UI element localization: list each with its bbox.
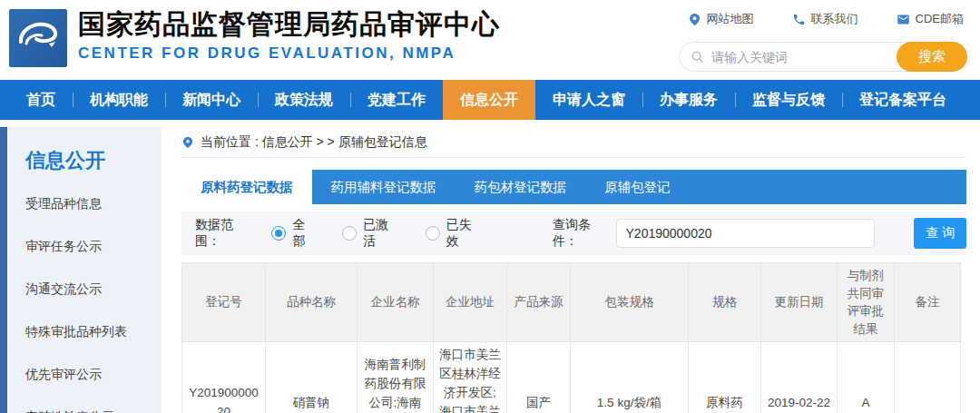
nav-item-applicant-window[interactable]: 申请人之窗 — [535, 80, 642, 120]
breadcrumb-text: 当前位置 : 信息公开 > > 原辅包登记信息 — [201, 134, 427, 151]
nav-item-party-building[interactable]: 党建工作 — [350, 80, 443, 120]
sidebar-item-special-approval-list[interactable]: 特殊审批品种列表 — [25, 324, 162, 340]
tab-packaging-material-data[interactable]: 药包材登记数据 — [456, 170, 586, 204]
cell-packaging-spec: 1.5 kg/袋/箱 — [571, 342, 689, 413]
site-subtitle: CENTER FOR DRUG EVALUATION, NMPA — [78, 44, 500, 63]
sidebar-item-breakthrough-therapy[interactable]: 突破性治疗公示 — [25, 409, 162, 413]
sidebar-item-review-tasks[interactable]: 审评任务公示 — [25, 239, 162, 255]
cell-registration-no: Y20190000020 — [182, 342, 266, 413]
results-table: 登记号 品种名称 企业名称 企业地址 产品来源 包装规格 规格 更新日期 与制剂… — [181, 262, 961, 413]
scope-label: 数据范围： — [195, 217, 258, 250]
col-product-source: 产品来源 — [507, 263, 571, 342]
search-icon — [691, 50, 704, 64]
tab-raw-aux-pack-registration[interactable]: 原辅包登记 — [585, 170, 690, 204]
cde-logo-swirl-icon — [9, 9, 67, 67]
col-joint-review-result: 与制剂共同审评审批结果 — [838, 263, 895, 342]
cell-product-source: 国产 — [507, 342, 571, 413]
nav-item-policies-regulations[interactable]: 政策法规 — [258, 80, 350, 120]
table-header-row: 登记号 品种名称 企业名称 企业地址 产品来源 包装规格 规格 更新日期 与制剂… — [182, 263, 961, 342]
nav-item-news-center[interactable]: 新闻中心 — [165, 80, 258, 120]
radio-expired-label: 已失效 — [446, 217, 485, 250]
phone-icon — [792, 13, 806, 26]
nav-item-supervision-feedback[interactable]: 监督与反馈 — [735, 80, 842, 120]
radio-dot — [342, 226, 357, 241]
col-registration-no: 登记号 — [182, 263, 266, 342]
col-update-date: 更新日期 — [761, 263, 838, 342]
location-pin-icon — [688, 13, 701, 26]
tab-bar: 原料药登记数据 药用辅料登记数据 药包材登记数据 原辅包登记 — [181, 170, 966, 204]
nav-item-home[interactable]: 首页 — [9, 80, 73, 120]
sitemap-link[interactable]: 网站地图 — [688, 11, 754, 27]
tab-excipient-registration-data[interactable]: 药用辅料登记数据 — [312, 170, 456, 204]
sidebar-title: 信息公开 — [25, 147, 162, 174]
page: 国家药品监督管理局药品审评中心 CENTER FOR DRUG EVALUATI… — [0, 0, 980, 413]
radio-activated-label: 已激活 — [363, 217, 401, 250]
left-accent-strip — [0, 127, 7, 413]
mail-icon — [897, 13, 910, 26]
query-label: 查询条件： — [553, 217, 615, 250]
mailbox-link[interactable]: CDE邮箱 — [897, 11, 964, 27]
sidebar-item-priority-review[interactable]: 优先审评公示 — [25, 367, 162, 383]
contact-link[interactable]: 联系我们 — [792, 11, 858, 27]
site-title: 国家药品监督管理局药品审评中心 — [78, 8, 500, 41]
main-nav: 首页 机构职能 新闻中心 政策法规 党建工作 信息公开 申请人之窗 办事服务 监… — [0, 80, 980, 120]
main-area: 信息公开 受理品种信息 审评任务公示 沟通交流公示 特殊审批品种列表 优先审评公… — [0, 127, 980, 413]
col-variety-name: 品种名称 — [266, 263, 358, 342]
cell-remarks — [895, 342, 961, 413]
cell-spec: 原料药 — [689, 342, 761, 413]
radio-activated[interactable]: 已激活 — [342, 217, 401, 250]
query-input[interactable] — [616, 219, 876, 248]
contact-label: 联系我们 — [811, 11, 858, 27]
cell-variety-name: 硝普钠 — [266, 342, 358, 413]
tab-api-registration-data[interactable]: 原料药登记数据 — [181, 170, 312, 204]
nav-item-info-disclosure[interactable]: 信息公开 — [443, 80, 535, 120]
content-area: 当前位置 : 信息公开 > > 原辅包登记信息 原料药登记数据 药用辅料登记数据… — [181, 127, 966, 413]
col-spec: 规格 — [689, 263, 761, 342]
quick-links: 网站地图 联系我们 CDE邮箱 — [688, 11, 964, 27]
sidebar: 信息公开 受理品种信息 审评任务公示 沟通交流公示 特殊审批品种列表 优先审评公… — [7, 127, 162, 413]
site-search: 搜索 — [679, 42, 967, 72]
sidebar-item-accepted-varieties[interactable]: 受理品种信息 — [25, 196, 162, 212]
col-remarks: 备注 — [895, 263, 961, 342]
col-company-address: 企业地址 — [434, 263, 507, 342]
sidebar-item-communication[interactable]: 沟通交流公示 — [25, 281, 162, 298]
radio-dot — [426, 226, 440, 241]
col-company-name: 企业名称 — [358, 263, 434, 342]
radio-expired[interactable]: 已失效 — [426, 217, 485, 250]
radio-all-label: 全部 — [292, 217, 318, 250]
table-row: Y20190000020 硝普钠 海南普利制药股份有限公司;海南普利制药股份有限… — [182, 342, 961, 413]
nav-item-agency-functions[interactable]: 机构职能 — [73, 80, 165, 120]
filter-bar: 数据范围： 全部 已激活 已失效 查询条件： 查 询 — [181, 211, 966, 255]
radio-dot — [271, 226, 286, 241]
nav-item-services[interactable]: 办事服务 — [642, 80, 735, 120]
sitemap-label: 网站地图 — [707, 11, 754, 27]
query-button[interactable]: 查 询 — [914, 218, 966, 249]
col-packaging-spec: 包装规格 — [571, 263, 689, 342]
nav-item-registration-platform[interactable]: 登记备案平台 — [842, 80, 964, 120]
cell-company-address: 海口市美兰区桂林洋经济开发区;海口市美兰区桂林洋经济开发区 — [434, 342, 507, 413]
cell-company-name: 海南普利制药股份有限公司;海南普利制药股份有限公司 — [358, 342, 434, 413]
mailbox-label: CDE邮箱 — [916, 11, 964, 27]
site-header: 国家药品监督管理局药品审评中心 CENTER FOR DRUG EVALUATI… — [0, 0, 980, 80]
search-button[interactable]: 搜索 — [897, 42, 967, 72]
breadcrumb: 当前位置 : 信息公开 > > 原辅包登记信息 — [181, 127, 966, 158]
location-pin-icon — [181, 136, 194, 149]
cde-logo — [9, 9, 67, 67]
radio-all[interactable]: 全部 — [271, 217, 318, 250]
cell-update-date: 2019-02-22 — [761, 342, 838, 413]
site-titles: 国家药品监督管理局药品审评中心 CENTER FOR DRUG EVALUATI… — [78, 8, 500, 63]
cell-joint-review-result: A — [838, 342, 895, 413]
